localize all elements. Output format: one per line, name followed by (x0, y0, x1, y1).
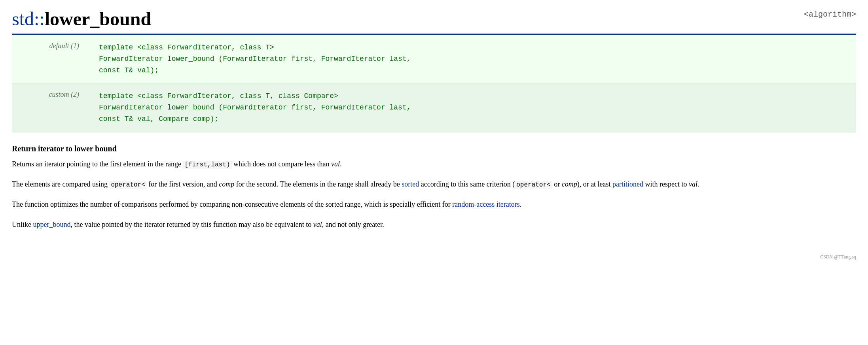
p2-mid5: ), or at least (577, 180, 612, 188)
p1-italic: val (331, 160, 340, 168)
p2-italic1: comp (219, 180, 234, 188)
signature-row-default: default (1) template <class ForwardItera… (12, 35, 856, 83)
p1-end: . (340, 160, 342, 168)
p2-code2: operator< (515, 181, 552, 189)
footer: CSDN @TTang.sq (12, 254, 856, 260)
paragraph-1: Returns an iterator pointing to the firs… (12, 158, 856, 170)
p2-italic2: comp (562, 180, 577, 188)
p2-mid6: with respect to (643, 180, 689, 188)
p2-end: . (697, 180, 699, 188)
p2-mid2: for the second. The elements in the rang… (234, 180, 402, 188)
page-title: std::lower_bound (12, 8, 151, 30)
p1-code: [first,last) (183, 161, 231, 169)
signature-row-custom: custom (2) template <class ForwardIterat… (12, 83, 856, 132)
upper-bound-link[interactable]: upper_bound (33, 221, 71, 228)
footer-text: CSDN @TTang.sq (820, 254, 856, 260)
p4-end: , and not only greater. (322, 221, 384, 228)
content-section: Return iterator to lower bound Returns a… (12, 140, 856, 243)
sig-code-default: template <class ForwardIterator, class T… (91, 35, 856, 83)
partitioned-link[interactable]: partitioned (612, 180, 643, 188)
p2-start: The elements are compared using (12, 180, 109, 188)
title-main: lower_bound (45, 8, 151, 29)
p1-text-after: which does not compare less than (232, 160, 331, 168)
p3-end: . (520, 200, 522, 208)
p4-start: Unlike (12, 221, 33, 228)
paragraph-3: The function optimizes the number of com… (12, 198, 856, 211)
sig-label-custom: custom (2) (12, 83, 91, 132)
paragraph-2: The elements are compared using operator… (12, 178, 856, 190)
random-access-link[interactable]: random-access iterators (452, 200, 519, 208)
std-prefix: std:: (12, 8, 45, 29)
p2-mid1: for the first version, and (147, 180, 219, 188)
algorithm-tag: <algorithm> (804, 8, 856, 19)
p2-code1: operator< (109, 181, 146, 189)
p2-mid3: according to this same criterion ( (419, 180, 515, 188)
sig-code-custom: template <class ForwardIterator, class T… (91, 83, 856, 132)
p3-start: The function optimizes the number of com… (12, 200, 452, 208)
p1-text-before: Returns an iterator pointing to the firs… (12, 160, 183, 168)
sorted-link[interactable]: sorted (402, 180, 419, 188)
sig-label-default: default (1) (12, 35, 91, 83)
p4-italic: val (313, 221, 322, 228)
p2-mid4: or (552, 180, 562, 188)
p2-italic3: val (689, 180, 697, 188)
p4-mid: , the value pointed by the iterator retu… (70, 221, 313, 228)
section-heading: Return iterator to lower bound (12, 144, 856, 153)
paragraph-4: Unlike upper_bound, the value pointed by… (12, 219, 856, 231)
signature-table: default (1) template <class ForwardItera… (12, 35, 856, 132)
header: std::lower_bound <algorithm> (12, 8, 856, 35)
